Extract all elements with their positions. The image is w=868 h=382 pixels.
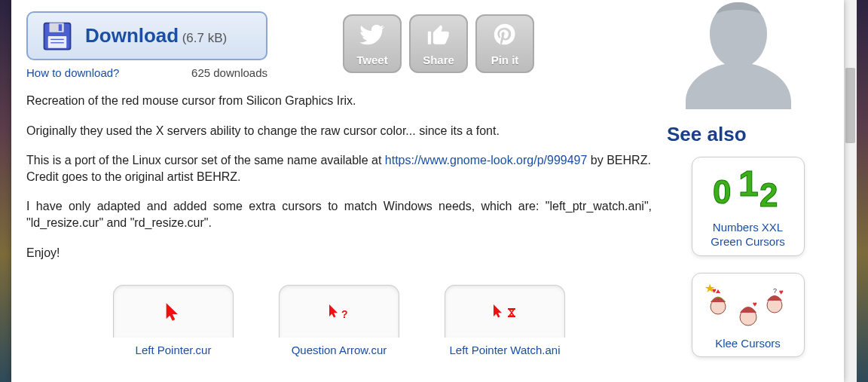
pinit-label: Pin it xyxy=(491,53,519,66)
svg-text:0: 0 xyxy=(713,173,731,210)
twitter-icon xyxy=(359,22,385,50)
share-label: Share xyxy=(423,53,454,66)
svg-text:?: ? xyxy=(773,287,777,295)
cursor-preview: ? xyxy=(279,285,399,338)
download-size: (6.7 kB) xyxy=(182,31,228,45)
bg-decoration-left xyxy=(0,0,11,382)
avatar xyxy=(667,0,810,109)
download-count: 625 downloads xyxy=(191,66,267,79)
main-column: Download (6.7 kB) How to download? 625 d… xyxy=(26,11,652,356)
desc-p4: I have only adapted and added some extra… xyxy=(26,198,652,231)
cursor-preview xyxy=(113,285,234,338)
svg-text:♥: ♥ xyxy=(753,300,757,308)
desc-p5: Enjoy! xyxy=(26,245,652,261)
sidebar: See also 0 1 2 Numbers XXL Green Cursors… xyxy=(667,0,829,374)
page-container: Download (6.7 kB) How to download? 625 d… xyxy=(11,0,844,382)
cursor-item[interactable]: ? Question Arrow.cur xyxy=(279,285,399,356)
klee-icon: ♥ ♥ ? ♥ xyxy=(703,281,793,331)
scrollbar-track[interactable] xyxy=(844,0,857,382)
desc-p2: Originally they used the X servers abili… xyxy=(26,123,652,139)
cursor-label: Question Arrow.cur xyxy=(292,344,387,356)
share-buttons: Tweet Share Pin it xyxy=(343,14,534,73)
gnome-look-link[interactable]: https://www.gnome-look.org/p/999497 xyxy=(385,154,588,167)
tweet-button[interactable]: Tweet xyxy=(343,14,402,73)
download-button[interactable]: Download (6.7 kB) xyxy=(26,11,267,60)
scrollbar-thumb[interactable] xyxy=(845,68,855,143)
svg-text:2: 2 xyxy=(760,176,778,212)
question-arrow-icon: ? xyxy=(326,301,352,322)
pinit-button[interactable]: Pin it xyxy=(475,14,534,73)
floppy-disk-icon xyxy=(41,20,73,52)
cursor-item[interactable]: Left Pointer Watch.ani xyxy=(445,285,565,356)
download-label: Download xyxy=(85,24,179,47)
svg-text:?: ? xyxy=(341,308,348,320)
svg-rect-2 xyxy=(59,24,62,31)
related-label: Numbers XXL Green Cursors xyxy=(698,221,798,249)
numbers-xxl-icon: 0 1 2 xyxy=(707,167,790,212)
description-block: Recreation of the red mouse cursor from … xyxy=(26,93,652,261)
share-button[interactable]: Share xyxy=(409,14,468,73)
svg-text:1: 1 xyxy=(738,167,759,203)
avatar-icon xyxy=(671,0,806,109)
svg-text:♥: ♥ xyxy=(779,288,784,296)
related-klee-card[interactable]: ★ ♥ ♥ ? ♥ xyxy=(692,273,805,358)
bg-decoration-right xyxy=(857,0,868,382)
cursor-label: Left Pointer Watch.ani xyxy=(449,344,560,356)
cursor-item[interactable]: Left Pointer.cur xyxy=(113,285,234,356)
pointer-watch-icon xyxy=(491,301,519,322)
desc-p1: Recreation of the red mouse cursor from … xyxy=(26,93,652,109)
related-thumb: 0 1 2 xyxy=(703,163,793,216)
related-numbers-card[interactable]: 0 1 2 Numbers XXL Green Cursors xyxy=(692,157,805,256)
see-also-heading: See also xyxy=(667,123,829,146)
related-thumb: ★ ♥ ♥ ? ♥ xyxy=(703,280,793,332)
how-to-download-link[interactable]: How to download? xyxy=(26,66,119,79)
desc-p3: This is a port of the Linux cursor set o… xyxy=(26,152,652,185)
cursor-label: Left Pointer.cur xyxy=(136,344,212,356)
related-label: Klee Cursors xyxy=(715,337,781,351)
cursor-preview xyxy=(445,285,565,338)
svg-rect-3 xyxy=(48,36,67,48)
left-pointer-icon xyxy=(163,301,184,322)
tweet-label: Tweet xyxy=(356,53,387,66)
star-icon: ★ xyxy=(704,281,715,295)
cursor-gallery: Left Pointer.cur ? Question Arrow.cur L xyxy=(26,285,652,356)
thumbs-up-icon xyxy=(426,22,451,50)
pinterest-icon xyxy=(492,22,518,50)
